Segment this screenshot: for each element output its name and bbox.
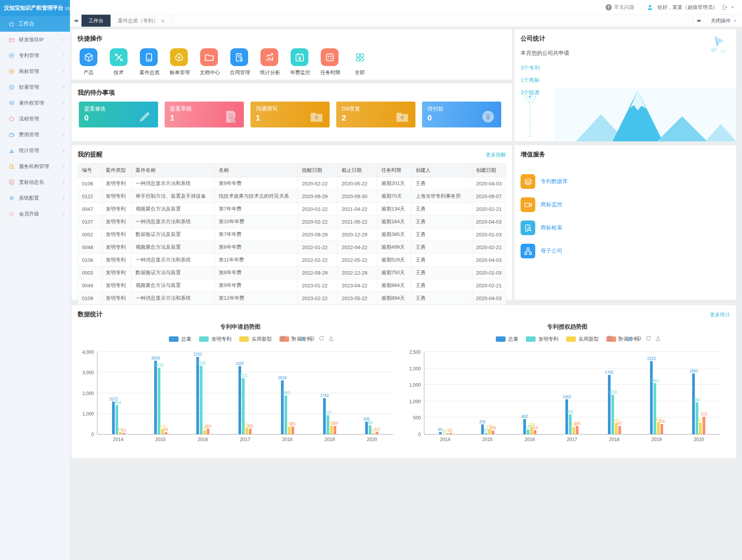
table-cell: 王勇 bbox=[412, 279, 472, 292]
quick-action-label: 技术 bbox=[109, 69, 128, 76]
close-operations-dropdown[interactable]: 关闭操作 ▾ bbox=[705, 15, 742, 27]
sidebar-item-系统配置[interactable]: 系统配置› bbox=[0, 190, 70, 206]
data-view-icon[interactable] bbox=[280, 335, 286, 341]
legend-item-实用新型[interactable]: 实用新型 bbox=[566, 336, 599, 343]
axis-pointer-icon[interactable] bbox=[289, 335, 296, 341]
sidebar-item-label: 服务机构管理 bbox=[19, 163, 63, 170]
sidebar-menu: 研发项目IP›P专利管理›R商标管理›C软著管理›著作权管理›流程管理›费用管理… bbox=[0, 32, 70, 222]
legend-item-总量[interactable]: 总量 bbox=[169, 336, 191, 343]
legend-item-总量[interactable]: 总量 bbox=[496, 336, 518, 343]
data-view-icon[interactable] bbox=[607, 335, 613, 341]
download-icon[interactable] bbox=[328, 335, 334, 341]
bar-外观专利: 525 bbox=[703, 417, 705, 434]
service-专利数据库[interactable]: 专利数据库 bbox=[521, 174, 730, 189]
todo-card-OA答复[interactable]: OA答复2 bbox=[336, 102, 415, 127]
tab-close-icon[interactable]: ⊗ bbox=[161, 18, 165, 24]
close-operations-caret-icon: ▾ bbox=[734, 19, 736, 23]
sidebar-item-软著管理[interactable]: C软著管理› bbox=[0, 79, 70, 95]
user-menu-caret-icon[interactable]: ▾ bbox=[732, 5, 733, 9]
bar-value-label: 3297 bbox=[236, 361, 244, 366]
faq-link[interactable]: ? 常见问题 bbox=[606, 4, 634, 11]
tab-案件总览（专利）[interactable]: 案件总览（专利）⊗ bbox=[111, 15, 172, 27]
sidebar-item-贯标信息化[interactable]: 标贯标信息化› bbox=[0, 174, 70, 190]
service-母子公司[interactable]: 母子公司 bbox=[521, 244, 730, 258]
axis-pointer-icon[interactable] bbox=[616, 335, 623, 341]
bar-type-icon[interactable] bbox=[299, 335, 305, 341]
sidebar-item-费用管理[interactable]: 费用管理› bbox=[0, 127, 70, 143]
service-商标检索[interactable]: 商标检索 bbox=[521, 221, 730, 235]
todo-card-待付款[interactable]: 待付款0 bbox=[422, 102, 501, 127]
quick-action-案件总览[interactable]: 案件总览 bbox=[140, 48, 158, 76]
sidebar-item-workbench[interactable]: 工作台 bbox=[0, 16, 70, 32]
x-tick-label: 2014 bbox=[440, 437, 450, 442]
sidebar-item-著作权管理[interactable]: 著作权管理› bbox=[0, 95, 70, 111]
table-row[interactable]: 0122发明专利单手控制方法、装置及手持设备找技术效果与技术点的对应关系2020… bbox=[78, 190, 506, 203]
bar-group-2015: 29237149106 bbox=[481, 352, 494, 434]
chevron-right-icon: › bbox=[63, 211, 65, 217]
table-row[interactable]: 0108发明专利一种消息显示方法和系统第11年年费2022-02-222022-… bbox=[78, 254, 506, 266]
restore-icon[interactable] bbox=[645, 335, 652, 341]
tabs-scroll-left-button[interactable]: ◀◀ bbox=[70, 15, 82, 27]
chart-title: 专利授权趋势图 bbox=[404, 323, 731, 331]
restore-icon[interactable] bbox=[318, 335, 325, 341]
company-patents-link[interactable]: 3个专利 bbox=[521, 64, 730, 71]
table-cell: 2023-05-22 bbox=[338, 292, 378, 305]
quick-action-文档中心[interactable]: 文档中心 bbox=[200, 48, 218, 76]
table-row[interactable]: 0048发明专利视频聚合方法及装置第8年年费2022-01-222022-04-… bbox=[78, 241, 506, 254]
stack-icon[interactable] bbox=[309, 335, 315, 341]
bar-value-label: 1882 bbox=[281, 391, 290, 395]
quick-action-任务时限[interactable]: 任务时限 bbox=[320, 48, 339, 76]
quick-action-技术[interactable]: 技术 bbox=[109, 48, 128, 76]
table-cell: 王勇 bbox=[412, 254, 472, 266]
table-row[interactable]: 0002发明专利数据验证方法及装置第7年年费2020-09-292020-12-… bbox=[78, 228, 506, 241]
logout-icon[interactable] bbox=[722, 4, 728, 10]
table-cell: 发明专利 bbox=[102, 266, 131, 279]
tab-工作台[interactable]: 工作台 bbox=[82, 15, 111, 27]
todo-card-提案修改[interactable]: 提案修改0 bbox=[79, 102, 158, 127]
sidebar-item-研发项目IP[interactable]: 研发项目IP› bbox=[0, 32, 70, 48]
quick-action-全部[interactable]: 全部 bbox=[351, 48, 369, 76]
quick-action-产品[interactable]: 产品 bbox=[79, 48, 98, 76]
sidebar-item-统计管理[interactable]: 统计管理› bbox=[0, 143, 70, 158]
stack-icon[interactable] bbox=[636, 335, 642, 341]
sidebar-item-服务机构管理[interactable]: 服务机构管理› bbox=[0, 158, 70, 174]
service-商标监控[interactable]: 商标监控 bbox=[521, 197, 730, 212]
more-reminders-link[interactable]: 更多提醒 bbox=[486, 151, 506, 158]
download-icon[interactable] bbox=[655, 335, 661, 341]
sidebar: 汉知宝知识产权管理平台 V3.5 工作台 研发项目IP›P专利管理›R商标管理›… bbox=[0, 0, 70, 560]
gear-icon bbox=[9, 195, 15, 201]
bar-发明专利: 3318 bbox=[200, 366, 203, 434]
quick-action-账单管理[interactable]: 账单管理 bbox=[170, 48, 188, 76]
chevron-right-icon: › bbox=[63, 69, 65, 74]
table-row[interactable]: 0003发明专利数据验证方法与装置第8年年费2022-09-292022-12-… bbox=[78, 266, 506, 279]
table-cell: 2022-04-22 bbox=[338, 241, 378, 254]
table-row[interactable]: 0107发明专利一种消息显示方法和系统第10年年费2020-02-222021-… bbox=[78, 216, 506, 228]
tabs-scroll-right-button[interactable]: ▶▶ bbox=[693, 15, 705, 27]
legend-swatch bbox=[199, 336, 209, 342]
bar-type-icon[interactable] bbox=[626, 335, 632, 341]
company-trademarks-link[interactable]: 1个商标 bbox=[521, 77, 730, 84]
legend-item-实用新型[interactable]: 实用新型 bbox=[239, 336, 272, 343]
sidebar-item-会员升级[interactable]: 会员升级› bbox=[0, 206, 70, 222]
table-row[interactable]: 0106发明专利一种消息显示方法和系统第9年年费2020-02-222020-0… bbox=[78, 177, 506, 190]
bars-row: 1572141494643559323323888376233181902543… bbox=[97, 352, 393, 434]
todo-card-提案审核[interactable]: 提案审核1 bbox=[165, 102, 244, 127]
chart-plot-area: 6002931292371491064621372091161062602215… bbox=[424, 352, 720, 434]
table-row[interactable]: 0109发明专利一种消息显示方法和系统第12年年费2023-02-222023-… bbox=[78, 292, 506, 305]
legend-item-发明专利[interactable]: 发明专利 bbox=[526, 336, 558, 343]
table-row[interactable]: 0047发明专利视频聚合方法及装置第7年年费2020-01-222021-04-… bbox=[78, 203, 506, 216]
user-greeting[interactable]: 你好，某某（超级管理员） bbox=[657, 4, 718, 11]
x-tick-label: 2015 bbox=[155, 437, 166, 442]
sidebar-item-label: 研发项目IP bbox=[19, 36, 63, 43]
sidebar-item-流程管理[interactable]: 流程管理› bbox=[0, 111, 70, 127]
sidebar-item-专利管理[interactable]: P专利管理› bbox=[0, 48, 70, 63]
todo-card-沟通撰写[interactable]: 沟通撰写1 bbox=[250, 102, 330, 127]
quick-action-统计分析[interactable]: 统计分析 bbox=[260, 48, 279, 76]
table-row[interactable]: 0049发明专利视频聚合方法与装置第9年年费2023-01-222023-04-… bbox=[78, 279, 506, 292]
sidebar-item-商标管理[interactable]: R商标管理› bbox=[0, 63, 70, 79]
legend-item-发明专利[interactable]: 发明专利 bbox=[199, 336, 231, 343]
quick-action-合同管理[interactable]: 合同管理 bbox=[230, 48, 248, 76]
column-header-名称: 名称 bbox=[214, 164, 298, 177]
quick-action-年费监控[interactable]: 年费监控 bbox=[290, 48, 309, 76]
more-statistics-link[interactable]: 更多统计 bbox=[710, 311, 730, 318]
